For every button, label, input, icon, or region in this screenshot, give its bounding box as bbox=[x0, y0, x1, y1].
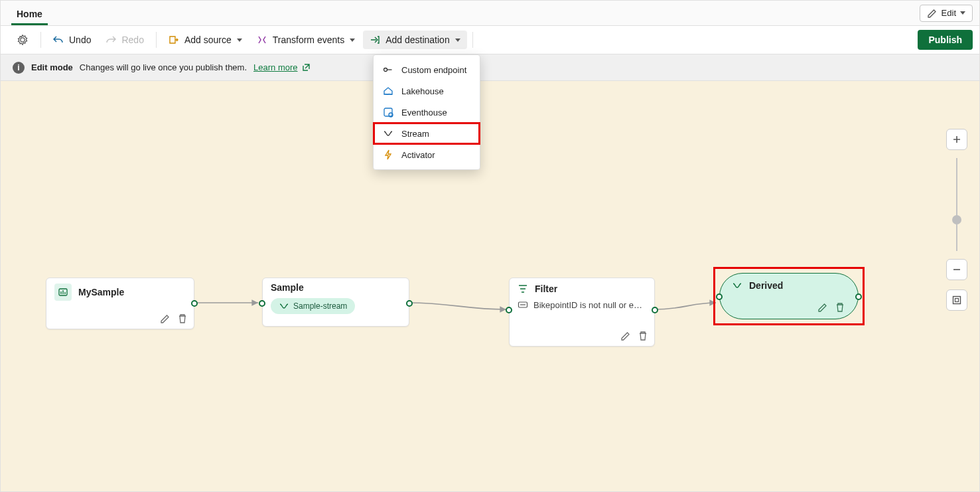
stream-chip: Sample-stream bbox=[271, 298, 355, 314]
undo-label: Undo bbox=[69, 35, 91, 45]
learn-more-link[interactable]: Learn more bbox=[253, 62, 311, 73]
chevron-down-icon bbox=[960, 11, 965, 15]
trash-icon bbox=[835, 302, 845, 313]
node-derived[interactable]: Derived bbox=[719, 273, 859, 319]
trash-icon bbox=[177, 313, 188, 324]
menu-item-custom-endpoint[interactable]: Custom endpoint bbox=[374, 59, 480, 80]
svg-point-0 bbox=[384, 68, 387, 72]
add-destination-button[interactable]: Add destination bbox=[363, 31, 467, 49]
port-out[interactable] bbox=[652, 307, 658, 313]
flow-canvas[interactable]: MySample Sample Sample-stream bbox=[0, 81, 980, 492]
zoom-handle[interactable] bbox=[952, 215, 961, 224]
menu-item-eventhouse[interactable]: Eventhouse bbox=[374, 102, 480, 123]
node-title: Derived bbox=[749, 280, 783, 291]
transform-label: Transform events bbox=[273, 35, 344, 45]
add-destination-label: Add destination bbox=[385, 35, 450, 45]
zoom-fit-button[interactable] bbox=[946, 289, 967, 311]
trash-icon bbox=[638, 331, 648, 341]
chevron-down-icon bbox=[350, 39, 355, 42]
node-edit-button[interactable] bbox=[817, 301, 829, 313]
endpoint-icon bbox=[383, 64, 393, 75]
banner-title: Edit mode bbox=[31, 62, 73, 72]
stream-icon bbox=[732, 280, 742, 291]
undo-button[interactable]: Undo bbox=[46, 31, 98, 49]
add-source-label: Add source bbox=[184, 35, 232, 45]
stream-icon bbox=[279, 301, 289, 311]
chip-label: Sample-stream bbox=[293, 301, 347, 311]
redo-icon bbox=[105, 35, 116, 45]
port-in[interactable] bbox=[716, 293, 723, 300]
node-title: Sample bbox=[271, 282, 304, 293]
source-icon bbox=[54, 284, 72, 301]
edit-mode-banner: i Edit mode Changes will go live once yo… bbox=[0, 54, 980, 81]
node-source[interactable]: MySample bbox=[46, 278, 194, 329]
gear-icon bbox=[17, 34, 29, 46]
undo-icon bbox=[53, 35, 64, 45]
tab-home[interactable]: Home bbox=[11, 3, 48, 25]
menu-item-activator[interactable]: Activator bbox=[374, 144, 480, 165]
node-edit-button[interactable] bbox=[159, 313, 171, 325]
port-out[interactable] bbox=[406, 300, 413, 307]
menu-item-stream[interactable]: Stream bbox=[374, 123, 480, 144]
pencil-icon bbox=[817, 302, 828, 313]
activator-icon bbox=[383, 149, 393, 160]
menu-item-label: Lakehouse bbox=[401, 86, 444, 96]
node-delete-button[interactable] bbox=[176, 313, 188, 325]
node-filter[interactable]: Filter BikepointID is not null or e… bbox=[509, 278, 655, 347]
node-delete-button[interactable] bbox=[637, 330, 649, 342]
tabstrip: Home Edit bbox=[0, 0, 980, 25]
fit-icon bbox=[951, 295, 962, 305]
chevron-down-icon bbox=[237, 39, 242, 42]
edit-dropdown[interactable]: Edit bbox=[920, 5, 973, 22]
port-out[interactable] bbox=[191, 300, 198, 307]
menu-item-lakehouse[interactable]: Lakehouse bbox=[374, 80, 480, 102]
external-link-icon bbox=[301, 62, 311, 73]
zoom-in-button[interactable] bbox=[946, 129, 967, 150]
stream-icon bbox=[383, 128, 393, 139]
svg-rect-6 bbox=[955, 299, 959, 302]
settings-button[interactable] bbox=[10, 30, 35, 50]
plus-icon bbox=[951, 134, 962, 145]
node-delete-button[interactable] bbox=[834, 301, 846, 313]
port-out[interactable] bbox=[855, 293, 862, 300]
menu-item-label: Custom endpoint bbox=[401, 65, 466, 75]
add-destination-icon bbox=[370, 35, 380, 45]
node-edit-button[interactable] bbox=[620, 330, 632, 342]
node-title: MySample bbox=[78, 287, 124, 297]
lakehouse-icon bbox=[383, 86, 393, 96]
filter-expression: BikepointID is not null or e… bbox=[533, 300, 642, 310]
transform-icon bbox=[257, 35, 267, 45]
menu-item-label: Eventhouse bbox=[401, 108, 447, 118]
zoom-controls bbox=[946, 129, 967, 311]
chevron-down-icon bbox=[455, 39, 460, 42]
learn-more-label: Learn more bbox=[253, 62, 297, 72]
svg-rect-1 bbox=[384, 108, 392, 116]
redo-label: Redo bbox=[121, 35, 143, 45]
svg-rect-5 bbox=[953, 297, 961, 304]
toolbar: Undo Redo Add source Transform events bbox=[0, 25, 980, 54]
transform-events-button[interactable]: Transform events bbox=[250, 31, 362, 49]
zoom-out-button[interactable] bbox=[946, 259, 967, 280]
add-destination-menu: Custom endpoint Lakehouse Eventhouse Str… bbox=[373, 54, 480, 170]
edit-label: Edit bbox=[942, 8, 956, 18]
node-derived-highlight: Derived bbox=[713, 267, 865, 325]
expression-icon bbox=[518, 299, 528, 310]
port-in[interactable] bbox=[506, 307, 512, 313]
publish-button[interactable]: Publish bbox=[918, 30, 973, 50]
info-icon: i bbox=[13, 62, 25, 74]
add-source-button[interactable]: Add source bbox=[162, 31, 249, 49]
pencil-icon bbox=[927, 8, 938, 19]
minus-icon bbox=[951, 264, 962, 275]
menu-item-label: Activator bbox=[401, 150, 435, 160]
node-title: Filter bbox=[535, 284, 557, 294]
pencil-icon bbox=[620, 331, 631, 341]
pencil-icon bbox=[160, 313, 171, 324]
add-source-icon bbox=[169, 35, 179, 45]
redo-button: Redo bbox=[99, 31, 150, 49]
filter-icon bbox=[518, 284, 528, 294]
zoom-slider[interactable] bbox=[956, 158, 957, 251]
port-in[interactable] bbox=[259, 300, 265, 307]
eventhouse-icon bbox=[383, 107, 393, 118]
menu-item-label: Stream bbox=[401, 129, 429, 139]
node-sample[interactable]: Sample Sample-stream bbox=[262, 278, 409, 327]
